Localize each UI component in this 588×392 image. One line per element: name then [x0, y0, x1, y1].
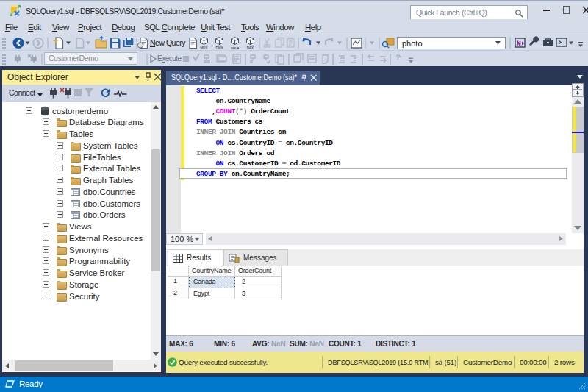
- svg-text:DAX: DAX: [247, 46, 254, 50]
- svg-text:XMLA: XMLA: [231, 46, 240, 50]
- svg-text:DMX: DMX: [216, 46, 223, 50]
- svg-text:MDX: MDX: [201, 46, 208, 50]
